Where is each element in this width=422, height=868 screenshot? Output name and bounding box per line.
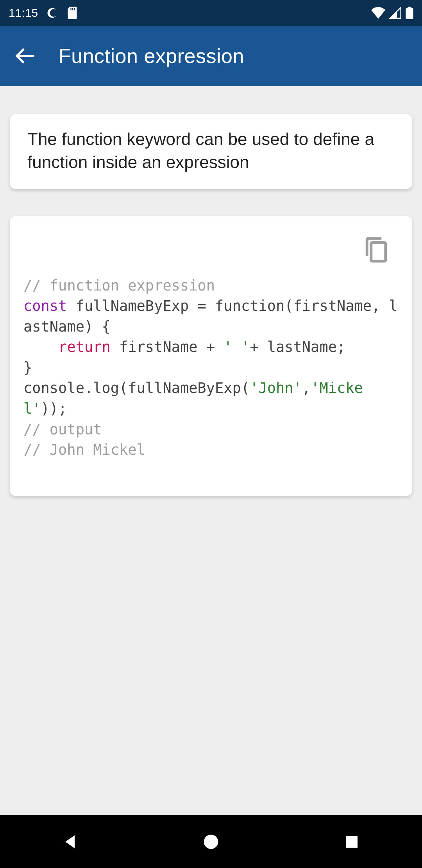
battery-icon xyxy=(406,7,413,19)
screen: 11:15 Function expression xyxy=(0,0,422,868)
svg-rect-6 xyxy=(408,7,411,9)
status-time: 11:15 xyxy=(9,6,38,20)
svg-point-1 xyxy=(50,9,58,17)
status-right xyxy=(371,7,413,19)
svg-rect-5 xyxy=(406,8,413,19)
square-icon xyxy=(344,834,359,850)
page-title: Function expression xyxy=(59,44,244,68)
svg-rect-8 xyxy=(371,242,386,261)
copy-icon xyxy=(364,235,389,264)
description-card: The function keyword can be used to defi… xyxy=(10,114,412,189)
wifi-icon xyxy=(371,7,385,19)
status-left: 11:15 xyxy=(9,6,78,20)
svg-rect-4 xyxy=(74,8,75,10)
nav-back-button[interactable] xyxy=(31,815,109,868)
sd-card-icon xyxy=(67,7,78,19)
triangle-left-icon xyxy=(62,832,79,851)
code-card: // function expression const fullNameByE… xyxy=(10,216,412,496)
nav-home-button[interactable] xyxy=(172,815,250,868)
svg-rect-10 xyxy=(346,836,358,848)
description-text: The function keyword can be used to defi… xyxy=(27,127,395,174)
content-area: The function keyword can be used to defi… xyxy=(0,86,422,815)
back-button[interactable] xyxy=(11,42,39,70)
moon-icon xyxy=(46,7,58,19)
code-block: // function expression const fullNameByE… xyxy=(10,216,412,496)
signal-icon xyxy=(389,7,402,19)
svg-rect-3 xyxy=(72,8,73,10)
svg-point-9 xyxy=(204,834,218,849)
system-nav-bar xyxy=(0,815,422,868)
circle-icon xyxy=(202,833,220,850)
nav-recent-button[interactable] xyxy=(313,815,391,868)
status-bar: 11:15 xyxy=(0,0,422,26)
arrow-left-icon xyxy=(14,45,36,67)
svg-rect-2 xyxy=(71,8,72,10)
app-bar: Function expression xyxy=(0,26,422,86)
copy-button[interactable] xyxy=(363,235,390,265)
